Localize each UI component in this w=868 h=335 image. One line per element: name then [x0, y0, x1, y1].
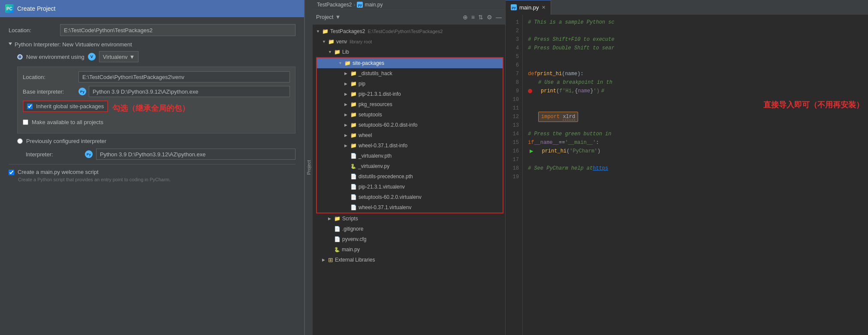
collapse-icon: [9, 43, 12, 47]
settings-icon[interactable]: ⚙: [487, 14, 492, 21]
pip-label: pip: [359, 79, 365, 88]
interpreter-section-header[interactable]: Python Interpreter: New Virtualenv envir…: [9, 41, 295, 48]
base-interpreter-input[interactable]: [89, 86, 290, 97]
interpreter-row: Interpreter: Py: [17, 149, 295, 160]
code-line-18: # See PyCharm help at https: [528, 164, 863, 173]
code-content: # This is a sample Python sc # Press Shi…: [523, 15, 868, 335]
interpreter-py-icon: Py: [85, 150, 93, 158]
interpreter-input[interactable]: [96, 149, 295, 160]
root-label: TestPackages2: [330, 27, 365, 36]
tree-item-venv[interactable]: ▼ 📁 venv library root: [313, 37, 505, 47]
tree-item-wheel-virtualenv[interactable]: ▶ 📄 wheel-0.37.1.virtualenv: [317, 202, 503, 213]
tree-item-setuptools-virtualenv[interactable]: ▶ 📄 setuptools-60.2.0.virtualenv: [317, 192, 503, 202]
venv-label: venv: [336, 37, 347, 46]
tree-item-pyvenv[interactable]: ▶ 📄 pyvenv.cfg: [313, 234, 505, 244]
virtualenv-pth-file-icon: 📄: [350, 152, 357, 160]
tree-item-pip-dist[interactable]: ▶ 📁 pip-21.3.1.dist-info: [317, 89, 503, 99]
virtualenv-py-file-icon: 🐍: [350, 162, 356, 171]
locate-icon[interactable]: ⊕: [463, 14, 468, 21]
dialog-title-bar: PC Create Project: [0, 0, 304, 17]
site-packages-chevron: ▼: [338, 59, 344, 67]
dialog-title: Create Project: [17, 5, 55, 12]
tree-item-distutils-pth[interactable]: ▶ 📄 distutils-precedence.pth: [317, 171, 503, 182]
tree-item-external[interactable]: ▶ ⊞ External Libraries: [313, 255, 505, 265]
code-line-17: [528, 155, 863, 164]
new-env-label: New environment using: [26, 54, 84, 60]
project-tree-panel: TestPackages2 › py main.py Project ▼ ⊕ ≡…: [313, 0, 506, 335]
dropdown-arrow-icon: ▼: [129, 54, 135, 60]
expand-icon[interactable]: ≡: [471, 14, 475, 21]
setuptools-virtualenv-label: setuptools-60.2.0.virtualenv: [359, 193, 422, 201]
location-row: Location:: [9, 24, 295, 36]
venv-folder-icon: 📁: [328, 37, 335, 46]
make-available-label: Make available to all projects: [32, 119, 103, 125]
project-toolbar: Project ▼ ⊕ ≡ ⇅ ⚙ —: [313, 10, 505, 24]
pkg-label: pkg_resources: [359, 100, 392, 109]
collapse-all-icon[interactable]: ⇅: [478, 14, 483, 21]
hide-icon[interactable]: —: [496, 14, 502, 21]
import-xlrd: import xlrd: [538, 112, 578, 122]
gitignore-label: .gitignore: [342, 225, 363, 233]
tree-item-pkg[interactable]: ▶ 📁 pkg_resources: [317, 99, 503, 110]
tree-item-pip-virtualenv[interactable]: ▶ 📄 pip-21.3.1.virtualenv: [317, 182, 503, 192]
tree-item-site-packages[interactable]: ▼ 📁 site-packages: [317, 58, 503, 68]
welcome-script-checkbox[interactable]: [9, 170, 14, 175]
new-env-radio-row: New environment using V Virtualenv ▼: [17, 51, 295, 62]
inner-location-input[interactable]: [78, 71, 290, 82]
tree-item-wheel-dist[interactable]: ▶ 📁 wheel-0.37.1.dist-info: [317, 140, 503, 151]
scripts-chevron: ▶: [328, 214, 334, 223]
new-env-radio[interactable]: [17, 54, 23, 60]
project-tree: ▼ 📁 TestPackages2 E:\TestCode\Python\Tes…: [313, 24, 505, 335]
code-line-7: def print_hi ( name ):: [528, 70, 863, 78]
tree-item-pip[interactable]: ▶ 📁 pip: [317, 79, 503, 89]
root-folder-icon: 📁: [322, 27, 329, 36]
import-annotation: 直接导入即可（不用再安装）: [763, 100, 864, 109]
wheel-dist-chevron: ▶: [344, 141, 350, 150]
pip-virtualenv-file-icon: 📄: [350, 183, 357, 191]
inherit-checkbox[interactable]: [27, 104, 33, 109]
virtualenv-dropdown[interactable]: Virtualenv ▼: [99, 51, 139, 62]
main-py-label: main.py: [342, 245, 360, 254]
project-dropdown-arrow[interactable]: ▼: [335, 14, 341, 20]
code-editor-panel: py main.py ✕ 123456 789101112 1314151617…: [506, 0, 868, 335]
tree-item-gitignore[interactable]: ▶ 📄 .gitignore: [313, 224, 505, 234]
tree-item-distutils[interactable]: ▶ 📁 _distutils_hack: [317, 68, 503, 79]
main-py-tab[interactable]: py main.py ✕: [506, 0, 551, 15]
pip-dist-folder-icon: 📁: [350, 90, 357, 98]
tree-item-lib[interactable]: ▼ 📁 Lib: [313, 47, 505, 57]
main-py-icon: 🐍: [334, 245, 340, 254]
lib-chevron: ▼: [328, 48, 334, 56]
tree-item-setuptools[interactable]: ▶ 📁 setuptools: [317, 110, 503, 120]
wheel-virtualenv-label: wheel-0.37.1.virtualenv: [359, 203, 411, 212]
previously-radio[interactable]: [17, 138, 23, 144]
venv-chevron: ▼: [322, 37, 328, 46]
tree-item-virtualenv-py[interactable]: ▶ 🐍 _virtualenv.py: [317, 161, 503, 171]
setuptools-chevron: ▶: [344, 110, 350, 119]
external-label: External Libraries: [335, 256, 375, 264]
interpreter-label: Interpreter:: [26, 151, 81, 158]
site-packages-label: site-packages: [353, 59, 384, 67]
distutils-pth-file-icon: 📄: [350, 172, 357, 181]
tree-item-virtualenv-pth[interactable]: ▶ 📄 _virtualenv.pth: [317, 151, 503, 161]
tree-item-wheel[interactable]: ▶ 📁 wheel: [317, 130, 503, 140]
run-arrow-icon: ▶: [530, 147, 533, 155]
virtualenv-icon: V: [88, 53, 96, 61]
tree-item-setuptools-dist[interactable]: ▶ 📁 setuptools-60.2.0.dist-info: [317, 120, 503, 130]
inner-location-row: Location:: [23, 71, 290, 82]
site-packages-folder-icon: 📁: [344, 59, 351, 67]
line-numbers: 123456 789101112 131415161718 19: [506, 15, 523, 335]
tree-item-scripts[interactable]: ▶ 📁 Scripts: [313, 213, 505, 224]
location-input[interactable]: [60, 24, 295, 36]
inherit-row: Inherit global site-packages 勾选（继承全局的包）: [23, 100, 290, 116]
code-line-3: # Press Shift+F10 to execute: [528, 35, 863, 44]
breadcrumb-bar: TestPackages2 › py main.py: [313, 0, 505, 10]
main-py-breadcrumb-icon: py: [357, 2, 363, 8]
tree-item-root[interactable]: ▼ 📁 TestPackages2 E:\TestCode\Python\Tes…: [313, 26, 505, 37]
make-available-checkbox[interactable]: [23, 119, 28, 125]
virtualenv-option: Virtualenv: [103, 54, 128, 60]
virtualenv-pth-label: _virtualenv.pth: [359, 152, 392, 160]
welcome-script-desc: Create a Python script that provides an …: [9, 177, 295, 182]
tab-close-icon[interactable]: ✕: [542, 5, 546, 10]
pip-virtualenv-label: pip-21.3.1.virtualenv: [359, 183, 405, 191]
tree-item-main-py[interactable]: ▶ 🐍 main.py: [313, 244, 505, 255]
